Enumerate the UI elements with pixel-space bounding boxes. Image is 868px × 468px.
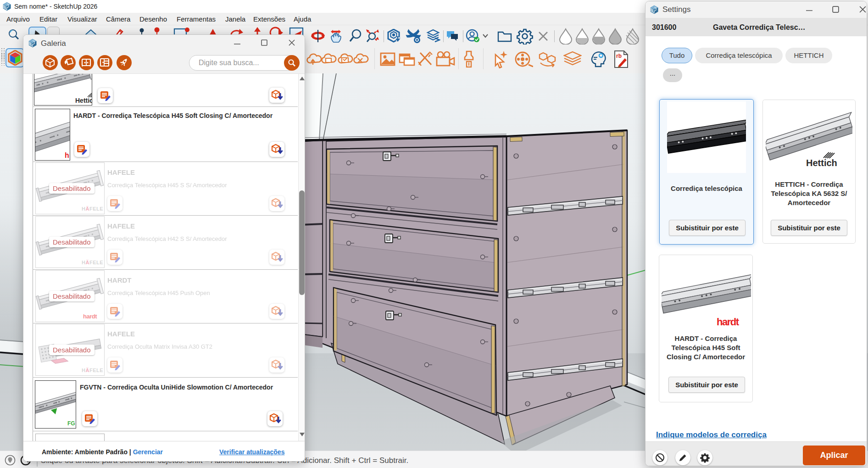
svg-text:rb: rb (616, 53, 622, 59)
